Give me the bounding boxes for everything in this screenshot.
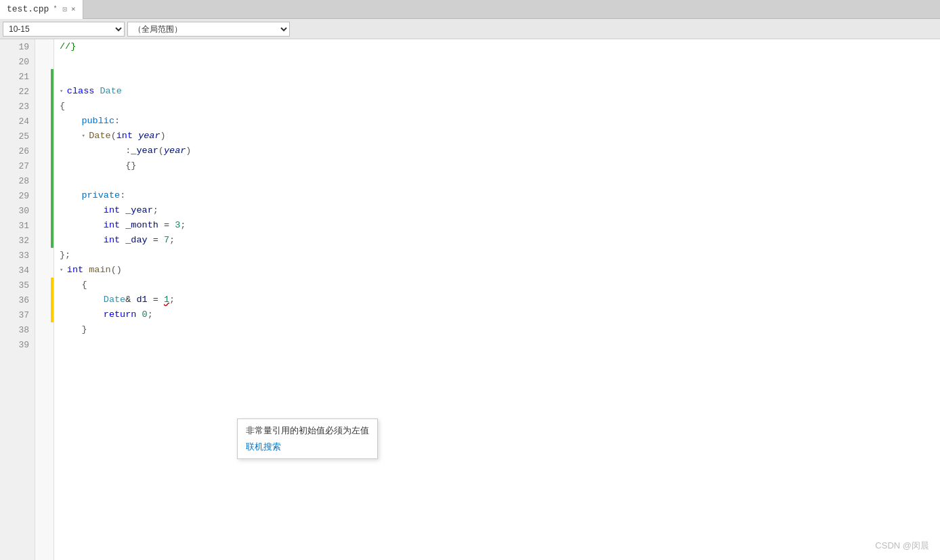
indent	[60, 307, 104, 322]
indent	[60, 114, 81, 129]
green-bar-indicator	[51, 188, 54, 203]
scope-selector[interactable]: 10-15	[3, 22, 125, 37]
code-line[interactable]: :_year(year)	[54, 144, 940, 158]
token: int	[116, 129, 133, 144]
indicator-cell	[35, 144, 54, 158]
line-number: 38	[0, 322, 35, 337]
indicator-cell	[35, 278, 54, 293]
tooltip-link[interactable]: 联机搜索	[246, 442, 281, 452]
green-bar-indicator	[51, 114, 54, 129]
green-bar-indicator	[51, 158, 54, 173]
indicator-cell	[35, 233, 54, 248]
indicator-cell	[35, 203, 54, 218]
code-line[interactable]	[54, 54, 940, 69]
context-selector[interactable]: （全局范围）	[127, 22, 290, 37]
token: ;	[153, 203, 158, 218]
token: ;	[169, 293, 175, 307]
code-line[interactable]: public:	[54, 114, 940, 129]
token: private	[81, 188, 120, 203]
indicator-cell	[35, 158, 54, 173]
indicator-cell	[35, 84, 54, 99]
token: ;	[180, 218, 186, 233]
code-line[interactable]: return 0;	[54, 307, 940, 322]
editor-container: 1920212223242526272829303132333435363738…	[0, 39, 940, 560]
line-number: 23	[0, 99, 35, 114]
indent	[60, 293, 104, 307]
code-line[interactable]	[54, 173, 940, 188]
indent	[60, 158, 125, 173]
line-number: 25	[0, 129, 35, 144]
code-line[interactable]	[54, 337, 940, 352]
tab-bar: test.cpp * ⊡ ×	[0, 0, 940, 19]
green-bar-indicator	[51, 144, 54, 158]
line-number: 26	[0, 144, 35, 158]
yellow-bar-indicator	[51, 293, 54, 307]
code-line[interactable]: ▾ Date(int year)	[54, 129, 940, 144]
code-line[interactable]: //}	[54, 39, 940, 54]
token: _year	[125, 203, 153, 218]
green-bar-indicator	[51, 233, 54, 248]
code-line[interactable]: ▾ int main()	[54, 263, 940, 278]
code-line[interactable]: int _month = 3;	[54, 218, 940, 233]
code-line[interactable]: Date& d1 = 1;	[54, 293, 940, 307]
token: int	[104, 233, 120, 248]
green-bar-indicator	[51, 173, 54, 188]
code-area[interactable]: //}▾ class Date{ public: ▾ Date(int year…	[54, 39, 940, 560]
line-number: 29	[0, 188, 35, 203]
token: _day	[125, 233, 147, 248]
line-number: 34	[0, 263, 35, 278]
indicators-column	[35, 39, 54, 560]
fold-arrow-icon[interactable]: ▾	[60, 84, 67, 99]
indicator-cell	[35, 114, 54, 129]
indicator-cell	[35, 307, 54, 322]
token: _month	[125, 218, 158, 233]
watermark: CSDN @闵晨	[875, 540, 929, 552]
indent	[60, 322, 81, 337]
indent	[60, 188, 81, 203]
code-line[interactable]	[54, 69, 940, 84]
line-number: 35	[0, 278, 35, 293]
indicator-cell	[35, 69, 54, 84]
code-line[interactable]: ▾ class Date	[54, 84, 940, 99]
fold-arrow-icon[interactable]: ▾	[60, 263, 67, 278]
yellow-bar-indicator	[51, 278, 54, 293]
green-bar-indicator	[51, 203, 54, 218]
code-line[interactable]: int _day = 7;	[54, 233, 940, 248]
code-line[interactable]: private:	[54, 188, 940, 203]
code-line[interactable]: }	[54, 322, 940, 337]
indicator-cell	[35, 337, 54, 352]
line-number: 22	[0, 84, 35, 99]
line-number: 32	[0, 233, 35, 248]
code-line[interactable]: };	[54, 248, 940, 263]
indicator-cell	[35, 173, 54, 188]
tab-close-button[interactable]: ×	[71, 5, 76, 14]
token: int	[104, 203, 120, 218]
code-line[interactable]: int _year;	[54, 203, 940, 218]
token: Date	[104, 293, 125, 307]
token: class	[67, 84, 95, 99]
token: 0	[142, 307, 148, 322]
token: {	[81, 278, 87, 293]
green-bar-indicator	[51, 84, 54, 99]
token: =	[148, 293, 164, 307]
code-line[interactable]: {	[54, 99, 940, 114]
code-line[interactable]: {}	[54, 158, 940, 173]
green-bar-indicator	[51, 218, 54, 233]
token: (	[158, 144, 164, 158]
token	[136, 307, 142, 322]
token: main	[89, 263, 110, 278]
token: (	[111, 129, 116, 144]
token: &	[125, 293, 136, 307]
indicator-cell	[35, 322, 54, 337]
green-bar-indicator	[51, 69, 54, 84]
token: 3	[175, 218, 180, 233]
tooltip-message: 非常量引用的初始值必须为左值	[246, 425, 369, 437]
error-tooltip: 非常量引用的初始值必须为左值 联机搜索	[237, 418, 378, 459]
fold-arrow-icon[interactable]: ▾	[81, 129, 89, 144]
yellow-bar-indicator	[51, 307, 54, 322]
token: year	[164, 144, 186, 158]
indent	[60, 218, 104, 233]
token: return	[104, 307, 137, 322]
tab-test-cpp[interactable]: test.cpp * ⊡ ×	[0, 0, 83, 19]
code-line[interactable]: {	[54, 278, 940, 293]
